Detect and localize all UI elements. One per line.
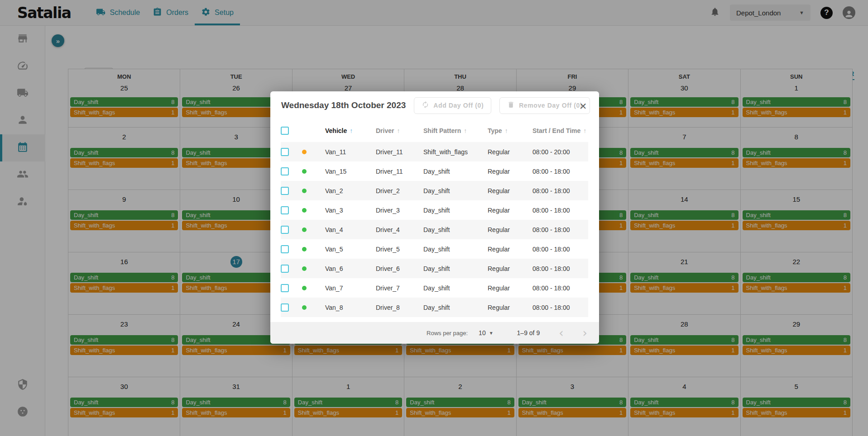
time-cell: 08:00 - 18:00 <box>532 246 588 253</box>
vehicle-cell: Van_8 <box>325 304 376 311</box>
column-header-vehicle[interactable]: Vehicle↑ <box>325 127 376 134</box>
sort-arrow-icon: ↑ <box>505 127 508 134</box>
driver-cell: Driver_4 <box>376 226 423 233</box>
vehicle-cell: Van_4 <box>325 226 376 233</box>
table-row[interactable]: Van_7Driver_7Day_shiftRegular08:00 - 18:… <box>281 278 588 298</box>
driver-cell: Driver_11 <box>376 148 423 156</box>
vehicle-cell: Van_5 <box>325 246 376 253</box>
time-cell: 08:00 - 18:00 <box>532 168 588 175</box>
table-row[interactable]: Van_2Driver_2Day_shiftRegular08:00 - 18:… <box>281 181 588 200</box>
shift-pattern-cell: Day_shift <box>423 168 488 175</box>
shift-pattern-cell: Day_shift <box>423 265 488 272</box>
table-body: Van_11Driver_11Shift_with_flagsRegular08… <box>281 142 588 317</box>
table-row[interactable]: Van_8Driver_8Day_shiftRegular08:00 - 18:… <box>281 298 588 317</box>
row-checkbox[interactable] <box>281 226 289 234</box>
sort-arrow-icon: ↑ <box>397 127 400 134</box>
status-dot-green <box>302 286 307 290</box>
vehicle-cell: Van_2 <box>325 187 376 194</box>
type-cell: Regular <box>488 284 532 292</box>
vehicle-cell: Van_3 <box>325 207 376 214</box>
type-cell: Regular <box>488 246 532 253</box>
rows-per-page-label: Rows per page: <box>427 330 468 336</box>
driver-cell: Driver_3 <box>376 207 423 214</box>
shift-pattern-cell: Day_shift <box>423 304 488 311</box>
table-header-row: Vehicle↑ Driver↑ Shift Pattern↑ Type↑ St… <box>281 119 588 142</box>
chevron-down-icon[interactable]: ▼ <box>489 331 494 336</box>
time-cell: 08:00 - 18:00 <box>532 304 588 311</box>
shift-pattern-cell: Day_shift <box>423 207 488 214</box>
status-dot-green <box>302 227 307 232</box>
row-checkbox[interactable] <box>281 206 289 214</box>
close-icon[interactable]: ✕ <box>577 100 589 112</box>
table-row[interactable]: Van_6Driver_6Day_shiftRegular08:00 - 18:… <box>281 259 588 278</box>
row-checkbox[interactable] <box>281 148 289 156</box>
driver-cell: Driver_8 <box>376 304 423 311</box>
shift-pattern-cell: Day_shift <box>423 226 488 233</box>
vehicle-cell: Van_15 <box>325 168 376 175</box>
remove-day-off-label: Remove Day Off (0) <box>519 102 582 109</box>
status-dot-orange <box>302 150 307 154</box>
vehicle-cell: Van_7 <box>325 284 376 292</box>
column-header-driver[interactable]: Driver↑ <box>376 127 423 134</box>
type-cell: Regular <box>488 187 532 194</box>
row-checkbox[interactable] <box>281 265 289 273</box>
status-dot-green <box>302 266 307 271</box>
refresh-icon <box>422 101 429 110</box>
modal-header: Wednesday 18th October 2023 Add Day Off … <box>270 91 599 119</box>
column-header-start-end-time[interactable]: Start / End Time↑ <box>532 127 588 134</box>
next-page-icon[interactable]: › <box>583 328 587 337</box>
type-cell: Regular <box>488 265 532 272</box>
table-row[interactable]: Van_4Driver_4Day_shiftRegular08:00 - 18:… <box>281 220 588 239</box>
sort-arrow-icon: ↑ <box>350 127 353 134</box>
time-cell: 08:00 - 18:00 <box>532 284 588 292</box>
table-pagination: Rows per page: 10 ▼ 1–9 of 9 ‹ › <box>270 322 599 344</box>
status-dot-green <box>302 305 307 310</box>
status-dot-green <box>302 169 307 174</box>
row-checkbox[interactable] <box>281 187 289 195</box>
time-cell: 08:00 - 18:00 <box>532 226 588 233</box>
sort-arrow-icon: ↑ <box>583 127 586 134</box>
column-header-type[interactable]: Type↑ <box>488 127 532 134</box>
type-cell: Regular <box>488 207 532 214</box>
table-row[interactable]: Van_3Driver_3Day_shiftRegular08:00 - 18:… <box>281 200 588 220</box>
table-row[interactable]: Van_11Driver_11Shift_with_flagsRegular08… <box>281 142 588 161</box>
add-day-off-label: Add Day Off (0) <box>433 102 484 109</box>
remove-day-off-button[interactable]: Remove Day Off (0) <box>499 97 590 114</box>
type-cell: Regular <box>488 304 532 311</box>
time-cell: 08:00 - 18:00 <box>532 207 588 214</box>
type-cell: Regular <box>488 168 532 175</box>
select-all-checkbox[interactable] <box>281 127 289 135</box>
column-header-shift-pattern[interactable]: Shift Pattern↑ <box>423 127 488 134</box>
status-dot-green <box>302 189 307 193</box>
rows-per-page-select[interactable]: 10 <box>479 329 486 336</box>
previous-page-icon[interactable]: ‹ <box>559 328 563 337</box>
row-checkbox[interactable] <box>281 245 289 253</box>
shift-pattern-cell: Day_shift <box>423 284 488 292</box>
type-cell: Regular <box>488 148 532 156</box>
driver-cell: Driver_5 <box>376 246 423 253</box>
status-dot-green <box>302 247 307 251</box>
row-checkbox[interactable] <box>281 284 289 292</box>
driver-cell: Driver_7 <box>376 284 423 292</box>
driver-cell: Driver_2 <box>376 187 423 194</box>
trash-icon <box>507 101 515 110</box>
shift-pattern-cell: Shift_with_flags <box>423 148 488 156</box>
time-cell: 08:00 - 20:00 <box>532 148 588 156</box>
status-dot-green <box>302 208 307 213</box>
vehicle-cell: Van_11 <box>325 148 376 156</box>
pagination-range: 1–9 of 9 <box>517 329 540 336</box>
table-row[interactable]: Van_15Driver_11Day_shiftRegular08:00 - 1… <box>281 161 588 181</box>
sort-arrow-icon: ↑ <box>464 127 467 134</box>
row-checkbox[interactable] <box>281 167 289 175</box>
shift-pattern-cell: Day_shift <box>423 187 488 194</box>
shift-pattern-cell: Day_shift <box>423 246 488 253</box>
time-cell: 08:00 - 18:00 <box>532 265 588 272</box>
day-details-modal: Wednesday 18th October 2023 Add Day Off … <box>270 91 599 344</box>
vehicle-cell: Van_6 <box>325 265 376 272</box>
add-day-off-button[interactable]: Add Day Off (0) <box>414 97 491 114</box>
modal-title: Wednesday 18th October 2023 <box>281 100 406 110</box>
row-checkbox[interactable] <box>281 303 289 312</box>
table-row[interactable]: Van_5Driver_5Day_shiftRegular08:00 - 18:… <box>281 239 588 259</box>
time-cell: 08:00 - 18:00 <box>532 187 588 194</box>
driver-cell: Driver_6 <box>376 265 423 272</box>
